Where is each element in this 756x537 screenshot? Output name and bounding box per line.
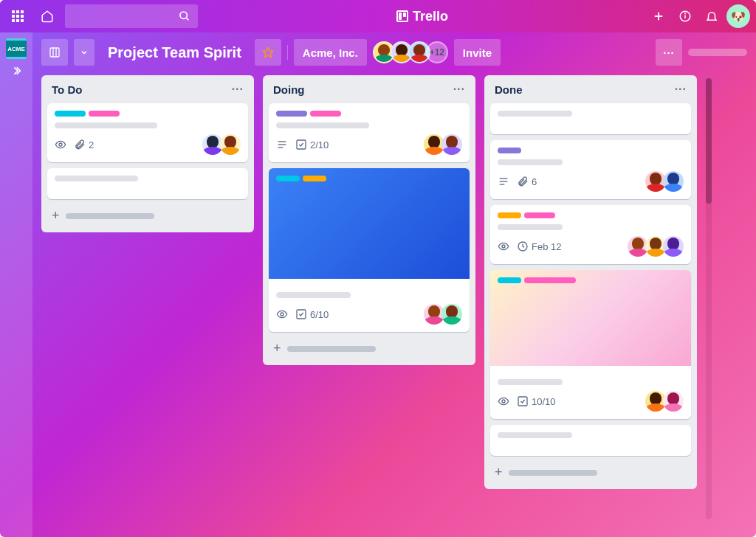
attachment-badge: 2 bbox=[74, 139, 94, 150]
checklist-badge: 6/10 bbox=[295, 308, 329, 320]
board-title[interactable]: Project Team Spirit bbox=[100, 44, 249, 61]
board-menu-button[interactable]: ··· bbox=[656, 39, 682, 66]
list-title[interactable]: Done bbox=[495, 83, 523, 96]
card-label-yellow bbox=[498, 212, 521, 218]
checklist-icon bbox=[295, 308, 307, 320]
card-cover bbox=[490, 270, 691, 366]
card-label-cyan bbox=[276, 176, 300, 181]
card-label-cyan bbox=[55, 111, 86, 117]
info-icon bbox=[678, 10, 692, 23]
eye-icon bbox=[55, 139, 66, 150]
attachment-badge: 6 bbox=[517, 176, 537, 187]
svg-rect-7 bbox=[50, 48, 59, 57]
svg-point-16 bbox=[281, 313, 284, 316]
description-icon bbox=[498, 176, 509, 187]
due-date-badge: Feb 12 bbox=[517, 240, 561, 252]
user-avatar[interactable]: 🐶 bbox=[726, 4, 750, 28]
card-members bbox=[427, 304, 462, 325]
checklist-badge: 2/10 bbox=[295, 139, 329, 150]
svg-point-0 bbox=[180, 12, 187, 18]
list-title[interactable]: To Do bbox=[52, 83, 82, 96]
scrollbar[interactable] bbox=[706, 78, 712, 519]
app-name-text: Trello bbox=[413, 9, 448, 24]
apps-menu-button[interactable] bbox=[6, 4, 30, 28]
list-menu-button[interactable]: ··· bbox=[232, 83, 244, 96]
card-members bbox=[205, 134, 241, 155]
description-icon bbox=[276, 139, 288, 150]
svg-point-11 bbox=[59, 143, 62, 146]
expand-sidebar-button[interactable] bbox=[10, 65, 22, 77]
svg-rect-17 bbox=[297, 310, 306, 319]
description-badge bbox=[276, 139, 288, 150]
watch-badge bbox=[55, 139, 66, 150]
list-title[interactable]: Doing bbox=[273, 83, 305, 96]
board-content: Project Team Spirit Acme, Inc. +12 Invit… bbox=[32, 32, 756, 537]
list-todo: To Do ··· 2 bbox=[41, 75, 254, 232]
board-members[interactable]: +12 bbox=[373, 41, 448, 63]
card-label-pink bbox=[89, 111, 120, 117]
card-label-pink bbox=[524, 212, 555, 218]
app-title: Trello bbox=[204, 9, 641, 24]
list-menu-button[interactable]: ··· bbox=[675, 83, 687, 96]
notifications-button[interactable] bbox=[700, 4, 724, 28]
create-button[interactable] bbox=[647, 4, 670, 28]
svg-point-23 bbox=[502, 400, 505, 403]
card[interactable] bbox=[47, 168, 248, 199]
card-members bbox=[648, 391, 684, 412]
checklist-icon bbox=[295, 139, 307, 150]
plus-icon bbox=[652, 10, 665, 23]
clock-icon bbox=[517, 240, 529, 252]
invite-button[interactable]: Invite bbox=[454, 39, 501, 66]
watch-badge bbox=[498, 395, 509, 407]
card[interactable] bbox=[490, 103, 691, 134]
board-view-button[interactable] bbox=[41, 39, 68, 66]
add-card-button[interactable]: + bbox=[269, 338, 470, 359]
info-button[interactable] bbox=[673, 4, 697, 28]
svg-rect-24 bbox=[518, 397, 527, 406]
scrollbar-thumb[interactable] bbox=[706, 78, 712, 204]
card-members bbox=[630, 236, 684, 257]
card-title-placeholder bbox=[498, 111, 572, 117]
board-canvas[interactable]: To Do ··· 2 bbox=[32, 72, 756, 537]
card-title-placeholder bbox=[55, 122, 157, 128]
chevron-down-icon bbox=[80, 48, 89, 57]
add-card-button[interactable]: + bbox=[490, 462, 691, 483]
card-label-yellow bbox=[303, 176, 326, 181]
svg-marker-10 bbox=[263, 47, 272, 57]
card[interactable]: 10/10 bbox=[490, 270, 691, 419]
card-title-placeholder bbox=[55, 176, 138, 181]
eye-icon bbox=[498, 240, 509, 252]
card[interactable]: 6/10 bbox=[269, 168, 470, 332]
search-icon bbox=[179, 10, 190, 22]
card[interactable]: 2/10 bbox=[269, 103, 470, 162]
watch-badge bbox=[498, 240, 509, 252]
card[interactable] bbox=[490, 425, 691, 456]
svg-rect-15 bbox=[297, 140, 306, 149]
card[interactable]: 2 bbox=[47, 103, 248, 162]
plus-icon: + bbox=[52, 208, 60, 224]
card[interactable]: Feb 12 bbox=[490, 205, 691, 264]
star-board-button[interactable] bbox=[255, 39, 281, 66]
description-badge bbox=[498, 176, 509, 187]
eye-icon bbox=[498, 395, 509, 407]
list-menu-button[interactable]: ··· bbox=[453, 83, 465, 96]
card-title-placeholder bbox=[276, 292, 351, 298]
card-label-pink bbox=[524, 277, 576, 283]
card-cover bbox=[269, 168, 470, 279]
workspace-badge[interactable]: ACME bbox=[6, 38, 27, 59]
home-icon bbox=[41, 10, 54, 23]
star-icon bbox=[262, 46, 274, 58]
chevron-right-icon bbox=[10, 65, 22, 77]
card-members bbox=[427, 134, 462, 155]
board-view-dropdown[interactable] bbox=[74, 39, 94, 66]
visibility-button[interactable]: Acme, Inc. bbox=[294, 39, 367, 66]
search-input[interactable] bbox=[65, 4, 198, 28]
add-card-button[interactable]: + bbox=[47, 205, 248, 226]
svg-point-21 bbox=[502, 245, 505, 248]
bell-icon bbox=[705, 10, 718, 23]
home-button[interactable] bbox=[35, 4, 59, 28]
card-title-placeholder bbox=[498, 432, 572, 438]
card[interactable]: 6 bbox=[490, 140, 691, 199]
card-title-placeholder bbox=[498, 224, 563, 230]
extra-members-count[interactable]: +12 bbox=[426, 41, 448, 63]
